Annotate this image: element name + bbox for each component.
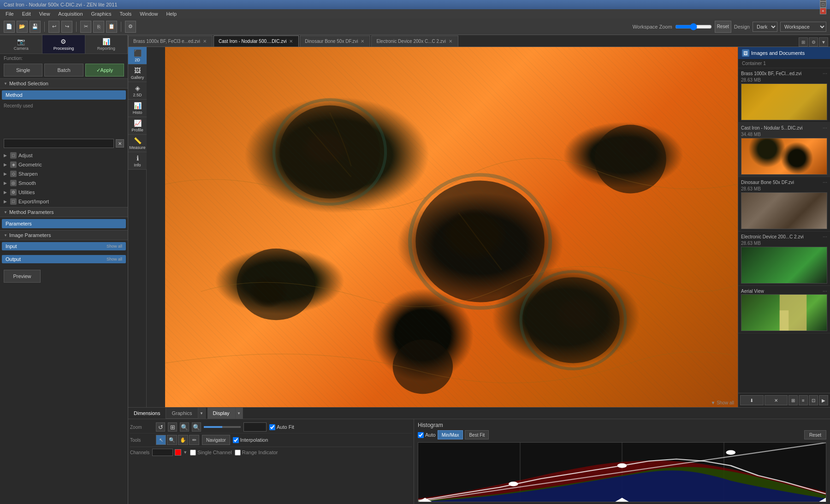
show-all-link[interactable]: ▼ Show all [711, 400, 734, 405]
close-button[interactable]: ✕ [820, 8, 826, 14]
output-show-all[interactable]: Show all [107, 257, 122, 261]
tab-more-button[interactable]: ▼ [819, 37, 828, 47]
processing-mode-btn[interactable]: ⚙ Processing [42, 35, 85, 53]
tool-zoom-button[interactable]: 🔍 [167, 435, 177, 445]
import-button[interactable]: ⬇ [740, 395, 764, 405]
method-params-header[interactable]: Method Parameters [0, 207, 128, 217]
search-input[interactable] [4, 139, 114, 148]
toolbar-open[interactable]: 📂 [17, 21, 28, 33]
toolbar-save[interactable]: 💾 [30, 21, 41, 33]
display-tab[interactable]: Display [208, 408, 236, 419]
channel-dropdown-arrow[interactable]: ▼ [183, 450, 187, 455]
hist-bestfit-button[interactable]: Best Fit [465, 430, 489, 439]
image-params-header[interactable]: Image Parameters [0, 230, 128, 240]
toolbar-paste[interactable]: 📋 [106, 21, 117, 33]
toolbar-copy[interactable]: ⎘ [93, 21, 104, 33]
tool-pointer-button[interactable]: ↖ [156, 435, 166, 445]
image-card-castiron[interactable]: Cast Iron - Nodular 5...DIC.zvi ··· 34.4… [738, 123, 830, 177]
toolbar-extra[interactable]: ⚙ [125, 21, 136, 33]
doc-tab-electronic[interactable]: Electronic Device 200x C...C 2.zvi ✕ [371, 36, 458, 47]
menu-help[interactable]: Help [162, 10, 180, 18]
layout-btn-1[interactable]: ⊞ [788, 395, 798, 405]
tree-item-sharpen[interactable]: ▶ ◇ Sharpen [0, 169, 128, 178]
theme-dropdown[interactable]: Dark Light [753, 22, 777, 32]
channel-color-swatch[interactable] [175, 449, 181, 456]
zoom-reset-button[interactable]: ↺ [156, 422, 165, 432]
hist-minmax-button[interactable]: Min/Max [438, 430, 463, 439]
image-card-electronic[interactable]: Electronic Device 200...C 2.zvi ··· 28.6… [738, 231, 830, 286]
image-card-dinosaur[interactable]: Dinosaur Bone 50x DF.zvi ··· 28.63 MB [738, 177, 830, 231]
reporting-mode-btn[interactable]: 📊 Reporting [85, 35, 128, 53]
method-selected-item[interactable]: Method [2, 90, 126, 100]
preview-button[interactable]: Preview [4, 270, 41, 283]
close-tab-dinosaur[interactable]: ✕ [360, 39, 365, 44]
method-selection-header[interactable]: Method Selection [0, 78, 128, 89]
toolbar-undo[interactable]: ↩ [48, 21, 59, 33]
menu-tools[interactable]: Tools [116, 10, 136, 18]
tool-pan-button[interactable]: ✋ [178, 435, 188, 445]
menu-acquisition[interactable]: Acquisition [54, 10, 86, 18]
tab-settings-button[interactable]: ⚙ [809, 37, 818, 47]
navigator-button[interactable]: Navigator [202, 435, 230, 445]
autofit-checkbox[interactable] [269, 424, 275, 430]
toolbar-redo[interactable]: ↪ [61, 21, 72, 33]
menu-window[interactable]: Window [136, 10, 161, 18]
tree-item-geometric[interactable]: ▶ ◈ Geometric [0, 160, 128, 169]
hist-reset-button[interactable]: Reset [804, 430, 826, 439]
channel-name-input[interactable]: Chan [152, 449, 173, 456]
remove-button[interactable]: ✕ [765, 395, 788, 405]
output-param-row[interactable]: Output Show all [2, 255, 126, 263]
doc-tab-dinosaur[interactable]: Dinosaur Bone 50x DF.zvi ✕ [300, 36, 370, 47]
tab-grid-view-button[interactable]: ⊞ [799, 37, 808, 47]
close-tab-electronic[interactable]: ✕ [448, 39, 453, 44]
batch-button[interactable]: Batch [44, 64, 83, 77]
zoom-value-input[interactable]: 25 % [243, 422, 267, 432]
image-card-brass[interactable]: Brass 1000x BF, FeCl...ed.zvi ··· 28.63 … [738, 68, 830, 123]
single-channel-label[interactable]: Single Channel [190, 450, 232, 456]
card-menu-electronic[interactable]: ··· [823, 233, 827, 240]
tool-draw-button[interactable]: ✏ [189, 435, 199, 445]
menu-file[interactable]: File [2, 10, 18, 18]
workspace-dropdown[interactable]: Workspace [780, 22, 826, 32]
close-tab-brass[interactable]: ✕ [202, 39, 208, 44]
input-show-all[interactable]: Show all [107, 244, 122, 249]
maximize-button[interactable]: □ [820, 1, 826, 8]
tree-item-export-import[interactable]: ▶ □ Export/Import [0, 197, 128, 206]
toolbar-cut[interactable]: ✂ [80, 21, 91, 33]
tree-item-utilities[interactable]: ▶ ⚙ Utilities [0, 188, 128, 197]
image-card-aerial[interactable]: Aerial View ··· [738, 286, 830, 333]
view-info-button[interactable]: ℹ Info [128, 152, 147, 170]
interpolation-checkbox[interactable] [233, 437, 239, 443]
graphics-tab[interactable]: Graphics [166, 408, 198, 419]
single-channel-checkbox[interactable] [190, 450, 196, 456]
card-menu-brass[interactable]: ··· [823, 70, 827, 77]
dimensions-dropdown[interactable]: ▼ [198, 408, 206, 419]
range-indicator-label[interactable]: Range Indicator [235, 450, 278, 456]
menu-view[interactable]: View [36, 10, 54, 18]
menu-graphics[interactable]: Graphics [88, 10, 115, 18]
autofit-checkbox-label[interactable]: Auto Fit [269, 424, 294, 430]
layout-btn-2[interactable]: ≡ [799, 395, 808, 405]
hist-auto-cb-label[interactable]: Auto [418, 432, 436, 438]
close-tab-castiron[interactable]: ✕ [288, 39, 294, 44]
range-indicator-checkbox[interactable] [235, 450, 241, 456]
view-profile-button[interactable]: 📈 Profile [128, 117, 147, 135]
zoom-slider[interactable] [204, 426, 241, 428]
card-menu-dinosaur[interactable]: ··· [823, 179, 827, 185]
view-histo-button[interactable]: 📊 Histo [128, 100, 147, 117]
card-menu-castiron[interactable]: ··· [823, 125, 827, 131]
toolbar-new[interactable]: 📄 [4, 21, 15, 33]
doc-tab-castiron[interactable]: Cast Iron - Nodular 500....DIC.zvi ✕ [213, 36, 299, 47]
dimensions-tab[interactable]: Dimensions [128, 408, 166, 419]
layout-btn-3[interactable]: ⊡ [809, 395, 818, 405]
interpolation-label[interactable]: Interpolation [233, 437, 268, 443]
hist-auto-checkbox[interactable] [418, 432, 424, 438]
view-measure-button[interactable]: 📏 Measure [128, 135, 147, 152]
parameters-selected[interactable]: Parameters [2, 219, 126, 228]
doc-tab-brass[interactable]: Brass 1000x BF, FeCl3 e...ed.zvi ✕ [128, 36, 213, 47]
input-param-row[interactable]: Input Show all [2, 242, 126, 250]
workspace-zoom-slider[interactable] [675, 23, 712, 30]
view-2d-button[interactable]: ⬛ 2D [128, 47, 147, 65]
view-2-5d-button[interactable]: ◈ 2.5D [128, 82, 147, 100]
zoom-in-button[interactable]: 🔍 [192, 422, 201, 432]
